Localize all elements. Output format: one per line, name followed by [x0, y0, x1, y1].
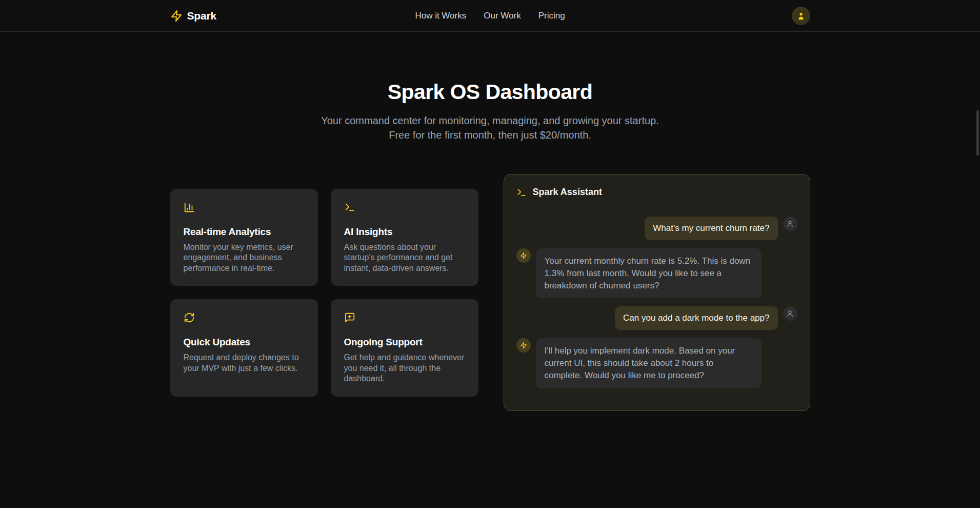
user-icon: [786, 220, 794, 228]
feature-title: Quick Updates: [184, 337, 305, 348]
user-icon: [786, 310, 794, 318]
feature-title: Ongoing Support: [344, 337, 465, 348]
nav-link-pricing[interactable]: Pricing: [538, 11, 565, 21]
user-avatar: [783, 217, 797, 231]
feature-card-realtime-analytics: Real-time Analytics Monitor your key met…: [170, 189, 318, 286]
feature-title: AI Insights: [344, 226, 465, 238]
terminal-icon: [516, 187, 527, 198]
feature-description: Request and deploy changes to your MVP w…: [184, 353, 305, 374]
feature-card-ai-insights: AI Insights Ask questions about your sta…: [331, 189, 478, 286]
nav-link-our-work[interactable]: Our Work: [484, 11, 521, 21]
nav-links: How it Works Our Work Pricing: [415, 11, 565, 21]
assistant-panel-header: Spark Assistant: [516, 187, 797, 206]
zap-icon: [520, 252, 527, 259]
vertical-scrollbar[interactable]: [976, 110, 979, 155]
assistant-avatar: [516, 248, 531, 263]
feature-card-quick-updates: Quick Updates Request and deploy changes…: [170, 299, 318, 396]
chat-message-user: Can you add a dark mode to the app?: [516, 306, 797, 330]
terminal-icon: [344, 202, 355, 213]
page-title: Spark OS Dashboard: [0, 80, 980, 104]
account-avatar-button[interactable]: [792, 7, 810, 25]
user-icon: [796, 11, 806, 21]
brand-name: Spark: [187, 10, 216, 22]
assistant-message-bubble: Your current monthly churn rate is 5.2%.…: [536, 248, 762, 298]
bar-chart-icon: [184, 202, 195, 213]
refresh-icon: [184, 312, 195, 323]
brand-logo[interactable]: Spark: [170, 10, 216, 22]
spark-assistant-panel: Spark Assistant What's my current churn …: [504, 174, 810, 411]
user-avatar: [783, 306, 797, 321]
message-square-plus-icon: [344, 312, 355, 323]
chat-message-assistant: Your current monthly churn rate is 5.2%.…: [516, 248, 797, 298]
navbar: Spark How it Works Our Work Pricing: [0, 0, 980, 32]
hero-section: Spark OS Dashboard Your command center f…: [0, 32, 980, 142]
zap-icon: [170, 10, 183, 22]
main-content: Real-time Analytics Monitor your key met…: [0, 174, 980, 411]
user-message-bubble: What's my current churn rate?: [645, 217, 777, 240]
feature-description: Get help and guidance whenever you need …: [344, 353, 465, 384]
feature-title: Real-time Analytics: [184, 226, 305, 238]
chat-message-list: What's my current churn rate? Your curre…: [516, 217, 797, 388]
chat-message-user: What's my current churn rate?: [516, 217, 797, 240]
assistant-panel-title: Spark Assistant: [533, 187, 602, 198]
assistant-message-bubble: I'll help you implement dark mode. Based…: [536, 338, 762, 388]
user-message-bubble: Can you add a dark mode to the app?: [615, 306, 777, 330]
zap-icon: [520, 342, 527, 349]
feature-description: Ask questions about your startup's perfo…: [344, 242, 465, 273]
feature-description: Monitor your key metrics, user engagemen…: [184, 242, 305, 273]
chat-message-assistant: I'll help you implement dark mode. Based…: [516, 338, 797, 388]
nav-link-how-it-works[interactable]: How it Works: [415, 11, 466, 21]
feature-card-ongoing-support: Ongoing Support Get help and guidance wh…: [331, 299, 478, 396]
assistant-avatar: [516, 338, 531, 353]
feature-grid: Real-time Analytics Monitor your key met…: [170, 189, 478, 397]
hero-subtitle: Your command center for monitoring, mana…: [311, 113, 670, 142]
